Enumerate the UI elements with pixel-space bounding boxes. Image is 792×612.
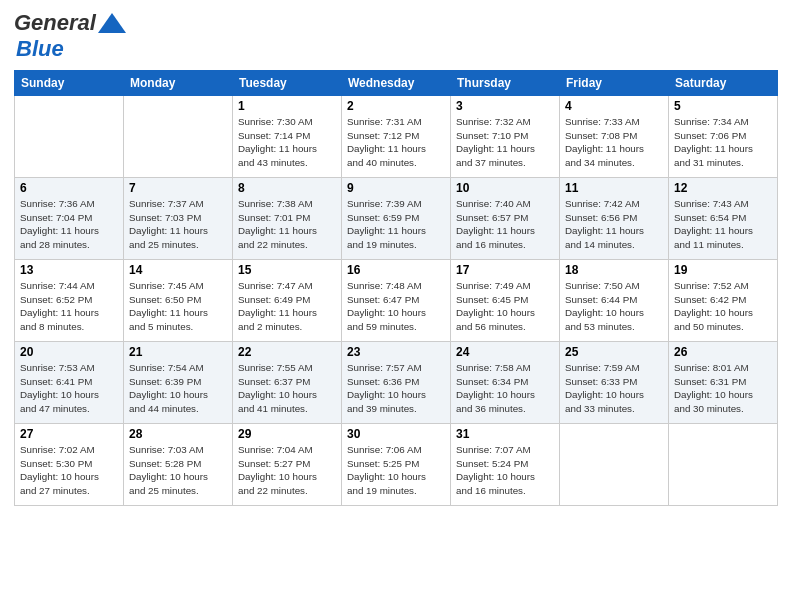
day-info: Sunrise: 7:37 AMSunset: 7:03 PMDaylight:… — [129, 197, 227, 252]
day-info: Sunrise: 7:59 AMSunset: 6:33 PMDaylight:… — [565, 361, 663, 416]
calendar-cell: 9Sunrise: 7:39 AMSunset: 6:59 PMDaylight… — [342, 178, 451, 260]
daylight-text: Daylight: 10 hours and 44 minutes. — [129, 388, 227, 415]
day-of-week-header: Monday — [124, 71, 233, 96]
sunset-text: Sunset: 7:10 PM — [456, 129, 554, 143]
day-number: 2 — [347, 99, 445, 113]
sunrise-text: Sunrise: 7:48 AM — [347, 279, 445, 293]
day-info: Sunrise: 7:43 AMSunset: 6:54 PMDaylight:… — [674, 197, 772, 252]
sunrise-text: Sunrise: 7:03 AM — [129, 443, 227, 457]
day-number: 9 — [347, 181, 445, 195]
daylight-text: Daylight: 10 hours and 56 minutes. — [456, 306, 554, 333]
day-info: Sunrise: 7:45 AMSunset: 6:50 PMDaylight:… — [129, 279, 227, 334]
sunset-text: Sunset: 6:49 PM — [238, 293, 336, 307]
daylight-text: Daylight: 11 hours and 19 minutes. — [347, 224, 445, 251]
day-info: Sunrise: 7:07 AMSunset: 5:24 PMDaylight:… — [456, 443, 554, 498]
sunset-text: Sunset: 6:45 PM — [456, 293, 554, 307]
daylight-text: Daylight: 10 hours and 22 minutes. — [238, 470, 336, 497]
day-of-week-header: Saturday — [669, 71, 778, 96]
day-number: 13 — [20, 263, 118, 277]
calendar-cell: 1Sunrise: 7:30 AMSunset: 7:14 PMDaylight… — [233, 96, 342, 178]
sunset-text: Sunset: 6:52 PM — [20, 293, 118, 307]
sunset-text: Sunset: 6:59 PM — [347, 211, 445, 225]
calendar-cell: 26Sunrise: 8:01 AMSunset: 6:31 PMDayligh… — [669, 342, 778, 424]
sunrise-text: Sunrise: 7:07 AM — [456, 443, 554, 457]
calendar-cell: 25Sunrise: 7:59 AMSunset: 6:33 PMDayligh… — [560, 342, 669, 424]
day-info: Sunrise: 7:02 AMSunset: 5:30 PMDaylight:… — [20, 443, 118, 498]
calendar-cell: 10Sunrise: 7:40 AMSunset: 6:57 PMDayligh… — [451, 178, 560, 260]
calendar-cell: 5Sunrise: 7:34 AMSunset: 7:06 PMDaylight… — [669, 96, 778, 178]
calendar-cell: 2Sunrise: 7:31 AMSunset: 7:12 PMDaylight… — [342, 96, 451, 178]
calendar-cell: 6Sunrise: 7:36 AMSunset: 7:04 PMDaylight… — [15, 178, 124, 260]
day-number: 8 — [238, 181, 336, 195]
sunrise-text: Sunrise: 7:42 AM — [565, 197, 663, 211]
day-info: Sunrise: 7:49 AMSunset: 6:45 PMDaylight:… — [456, 279, 554, 334]
day-info: Sunrise: 7:04 AMSunset: 5:27 PMDaylight:… — [238, 443, 336, 498]
daylight-text: Daylight: 10 hours and 27 minutes. — [20, 470, 118, 497]
day-of-week-header: Thursday — [451, 71, 560, 96]
calendar-cell — [560, 424, 669, 506]
calendar-cell: 31Sunrise: 7:07 AMSunset: 5:24 PMDayligh… — [451, 424, 560, 506]
sunrise-text: Sunrise: 7:36 AM — [20, 197, 118, 211]
calendar-week-row: 27Sunrise: 7:02 AMSunset: 5:30 PMDayligh… — [15, 424, 778, 506]
sunrise-text: Sunrise: 7:06 AM — [347, 443, 445, 457]
sunrise-text: Sunrise: 7:37 AM — [129, 197, 227, 211]
sunset-text: Sunset: 7:08 PM — [565, 129, 663, 143]
calendar-cell: 8Sunrise: 7:38 AMSunset: 7:01 PMDaylight… — [233, 178, 342, 260]
sunrise-text: Sunrise: 7:50 AM — [565, 279, 663, 293]
calendar-cell: 22Sunrise: 7:55 AMSunset: 6:37 PMDayligh… — [233, 342, 342, 424]
sunrise-text: Sunrise: 7:40 AM — [456, 197, 554, 211]
page: General Blue SundayMondayTuesdayWednesda… — [0, 0, 792, 612]
daylight-text: Daylight: 11 hours and 28 minutes. — [20, 224, 118, 251]
day-number: 10 — [456, 181, 554, 195]
sunset-text: Sunset: 7:04 PM — [20, 211, 118, 225]
sunset-text: Sunset: 6:31 PM — [674, 375, 772, 389]
calendar-cell — [15, 96, 124, 178]
day-info: Sunrise: 7:39 AMSunset: 6:59 PMDaylight:… — [347, 197, 445, 252]
day-of-week-header: Friday — [560, 71, 669, 96]
calendar-cell: 3Sunrise: 7:32 AMSunset: 7:10 PMDaylight… — [451, 96, 560, 178]
calendar-cell: 11Sunrise: 7:42 AMSunset: 6:56 PMDayligh… — [560, 178, 669, 260]
day-number: 3 — [456, 99, 554, 113]
calendar-cell: 17Sunrise: 7:49 AMSunset: 6:45 PMDayligh… — [451, 260, 560, 342]
day-number: 11 — [565, 181, 663, 195]
sunset-text: Sunset: 7:01 PM — [238, 211, 336, 225]
sunset-text: Sunset: 6:34 PM — [456, 375, 554, 389]
day-number: 4 — [565, 99, 663, 113]
daylight-text: Daylight: 10 hours and 36 minutes. — [456, 388, 554, 415]
header: General Blue — [14, 10, 778, 62]
sunrise-text: Sunrise: 7:58 AM — [456, 361, 554, 375]
sunrise-text: Sunrise: 7:57 AM — [347, 361, 445, 375]
day-number: 6 — [20, 181, 118, 195]
day-info: Sunrise: 7:30 AMSunset: 7:14 PMDaylight:… — [238, 115, 336, 170]
day-number: 14 — [129, 263, 227, 277]
daylight-text: Daylight: 11 hours and 5 minutes. — [129, 306, 227, 333]
day-number: 21 — [129, 345, 227, 359]
daylight-text: Daylight: 10 hours and 59 minutes. — [347, 306, 445, 333]
daylight-text: Daylight: 11 hours and 11 minutes. — [674, 224, 772, 251]
day-info: Sunrise: 7:55 AMSunset: 6:37 PMDaylight:… — [238, 361, 336, 416]
daylight-text: Daylight: 10 hours and 39 minutes. — [347, 388, 445, 415]
daylight-text: Daylight: 11 hours and 8 minutes. — [20, 306, 118, 333]
day-number: 17 — [456, 263, 554, 277]
sunset-text: Sunset: 6:44 PM — [565, 293, 663, 307]
daylight-text: Daylight: 10 hours and 53 minutes. — [565, 306, 663, 333]
calendar-cell: 21Sunrise: 7:54 AMSunset: 6:39 PMDayligh… — [124, 342, 233, 424]
day-info: Sunrise: 7:52 AMSunset: 6:42 PMDaylight:… — [674, 279, 772, 334]
sunrise-text: Sunrise: 7:59 AM — [565, 361, 663, 375]
day-info: Sunrise: 7:31 AMSunset: 7:12 PMDaylight:… — [347, 115, 445, 170]
daylight-text: Daylight: 10 hours and 47 minutes. — [20, 388, 118, 415]
day-info: Sunrise: 7:03 AMSunset: 5:28 PMDaylight:… — [129, 443, 227, 498]
sunrise-text: Sunrise: 7:39 AM — [347, 197, 445, 211]
sunset-text: Sunset: 5:24 PM — [456, 457, 554, 471]
day-info: Sunrise: 7:48 AMSunset: 6:47 PMDaylight:… — [347, 279, 445, 334]
sunset-text: Sunset: 6:54 PM — [674, 211, 772, 225]
sunrise-text: Sunrise: 7:44 AM — [20, 279, 118, 293]
sunrise-text: Sunrise: 7:34 AM — [674, 115, 772, 129]
sunrise-text: Sunrise: 7:45 AM — [129, 279, 227, 293]
day-number: 18 — [565, 263, 663, 277]
day-number: 31 — [456, 427, 554, 441]
day-info: Sunrise: 7:33 AMSunset: 7:08 PMDaylight:… — [565, 115, 663, 170]
day-number: 28 — [129, 427, 227, 441]
calendar-cell: 20Sunrise: 7:53 AMSunset: 6:41 PMDayligh… — [15, 342, 124, 424]
sunrise-text: Sunrise: 7:33 AM — [565, 115, 663, 129]
